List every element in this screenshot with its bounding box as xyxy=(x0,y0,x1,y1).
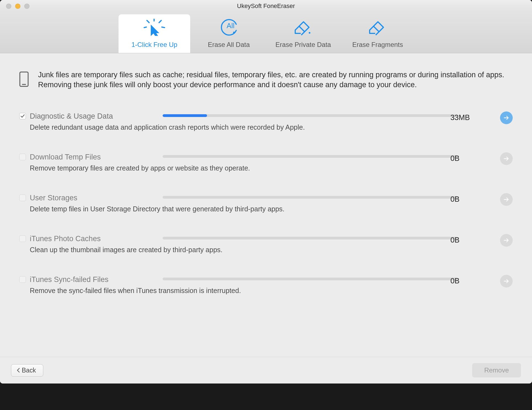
eraser-fragments-icon xyxy=(367,18,388,37)
item-title: iTunes Sync-failed Files xyxy=(30,275,109,284)
item-size: 0B xyxy=(450,277,475,285)
tab-erase-fragments[interactable]: Erase Fragments xyxy=(342,14,413,53)
list-item: iTunes Sync-failed Files 0B Remove the s… xyxy=(19,275,513,295)
item-size: 33MB xyxy=(450,113,475,122)
item-title: User Storages xyxy=(30,194,77,202)
go-button xyxy=(500,152,513,165)
item-title: Download Temp Files xyxy=(30,153,101,161)
item-desc: Clean up the thumbnail images are create… xyxy=(30,246,513,254)
item-size: 0B xyxy=(450,195,475,204)
content-area: Junk files are temporary files such as c… xyxy=(0,53,532,357)
erase-all-icon: All xyxy=(219,18,238,37)
list-item: User Storages 0B Delete temp files in Us… xyxy=(19,194,513,213)
intro-text: Junk files are temporary files such as c… xyxy=(38,70,513,90)
list-item: iTunes Photo Caches 0B Clean up the thum… xyxy=(19,235,513,254)
progress-bar xyxy=(163,155,458,158)
tab-label: 1-Click Free Up xyxy=(131,41,178,49)
go-button xyxy=(500,234,513,247)
maximize-window-button[interactable] xyxy=(24,4,29,9)
intro-block: Junk files are temporary files such as c… xyxy=(19,70,513,90)
sparkle-cursor-icon xyxy=(144,18,165,37)
go-button xyxy=(500,193,513,206)
remove-button[interactable]: Remove xyxy=(472,363,521,377)
back-button[interactable]: Back xyxy=(11,364,43,377)
device-icon xyxy=(19,71,29,88)
tab-erase-private-data[interactable]: Erase Private Data xyxy=(267,14,339,53)
window-title: UkeySoft FoneEraser xyxy=(0,2,532,10)
tab-1click-free-up[interactable]: 1-Click Free Up xyxy=(119,14,190,53)
item-checkbox[interactable] xyxy=(19,113,26,119)
item-checkbox[interactable] xyxy=(19,154,26,160)
item-desc: Delete redundant usage data and applicat… xyxy=(30,123,513,131)
progress-bar xyxy=(163,114,458,117)
item-list: Diagnostic & Usage Data 33MB Delete redu… xyxy=(19,112,513,295)
item-checkbox[interactable] xyxy=(19,276,26,283)
eraser-private-icon xyxy=(293,18,313,37)
item-size: 0B xyxy=(450,236,475,244)
back-label: Back xyxy=(22,367,36,374)
item-checkbox[interactable] xyxy=(19,195,26,201)
tab-label: Erase Private Data xyxy=(275,41,331,49)
item-size: 0B xyxy=(450,154,475,163)
item-desc: Delete temp files in User Storage Direct… xyxy=(30,205,513,213)
progress-bar xyxy=(163,237,458,239)
tab-erase-all-data[interactable]: All Erase All Data xyxy=(193,14,265,53)
go-button[interactable] xyxy=(500,111,513,124)
traffic-lights xyxy=(0,4,29,9)
item-title: Diagnostic & Usage Data xyxy=(30,112,113,121)
tab-label: Erase Fragments xyxy=(352,41,403,49)
svg-text:All: All xyxy=(227,22,235,30)
progress-bar xyxy=(163,278,458,280)
remove-label: Remove xyxy=(484,366,509,374)
go-button xyxy=(500,275,513,287)
list-item: Download Temp Files 0B Remove temporary … xyxy=(19,153,513,172)
svg-point-2 xyxy=(309,32,310,34)
list-item: Diagnostic & Usage Data 33MB Delete redu… xyxy=(19,112,513,131)
svg-point-1 xyxy=(233,32,235,34)
minimize-window-button[interactable] xyxy=(15,4,20,9)
progress-bar xyxy=(163,196,458,199)
titlebar: UkeySoft FoneEraser xyxy=(0,0,532,12)
close-window-button[interactable] xyxy=(6,4,11,9)
item-checkbox[interactable] xyxy=(19,235,26,242)
tab-label: Erase All Data xyxy=(208,41,250,49)
chevron-left-icon xyxy=(16,368,20,373)
main-tabstrip: 1-Click Free Up All Erase All Data Er xyxy=(0,12,532,53)
app-window: UkeySoft FoneEraser 1-Click Free Up xyxy=(0,0,532,384)
item-desc: Remove temporary files are created by ap… xyxy=(30,164,513,172)
item-desc: Remove the sync-failed files when iTunes… xyxy=(30,287,513,295)
progress-fill xyxy=(163,114,207,117)
item-title: iTunes Photo Caches xyxy=(30,235,101,243)
footer: Back Remove xyxy=(0,357,532,384)
